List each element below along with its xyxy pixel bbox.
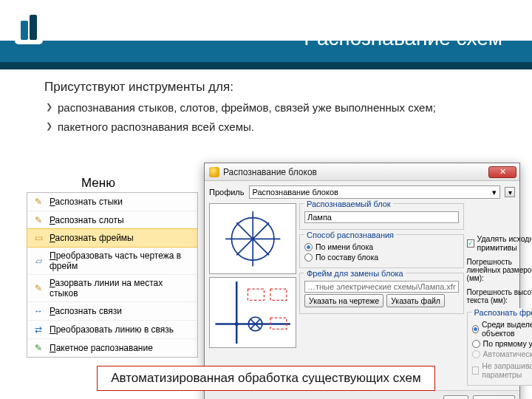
menu-item-5[interactable]: ↔Распознать связи — [27, 301, 197, 320]
method-legend: Способ распознавания — [304, 231, 396, 239]
slide-title: Распознавание схем — [304, 27, 502, 50]
radio-by-content[interactable]: По составу блока — [304, 253, 459, 262]
menu-item-label: Преобразовать линию в связь — [50, 324, 174, 335]
menu-item-1[interactable]: ✎Распознать слоты — [27, 211, 197, 229]
menu-item-icon: ⇄ — [33, 324, 44, 335]
menu-item-label: Разорвать линии на местах стыков — [50, 278, 192, 299]
slide-header: nanoCAD Распознавание схем — [0, 0, 532, 69]
point-on-drawing-button[interactable]: Указать на чертеже — [304, 294, 383, 307]
menu-item-label: Распознать стыки — [50, 197, 123, 207]
menu-item-icon: ✎ — [33, 214, 44, 226]
menu-item-label: Преобразовать часть чертежа в фрейм — [50, 250, 192, 271]
svg-rect-7 — [248, 289, 264, 300]
block-name-field[interactable]: Лампа — [304, 211, 459, 223]
profile-select[interactable]: Распознавание блоков ▾ — [249, 185, 501, 199]
menu-item-label: Распознать связи — [50, 306, 122, 316]
tol-linear-label: Погрешность линейных размеров (мм): — [467, 258, 532, 282]
menu-item-icon: ✎ — [33, 282, 44, 294]
menu-item-icon: ▱ — [33, 255, 44, 267]
svg-rect-8 — [270, 289, 287, 300]
menu-item-3[interactable]: ▱Преобразовать часть чертежа в фрейм — [27, 247, 197, 274]
point-file-button[interactable]: Указать файл — [386, 294, 445, 307]
close-button[interactable]: ✕ — [488, 166, 516, 178]
frame-symbol-icon — [214, 282, 291, 344]
menu-item-4[interactable]: ✎Разорвать линии на местах стыков — [27, 274, 197, 301]
context-menu: ✎Распознать стыки✎Распознать слоты▭Распо… — [27, 192, 198, 358]
menu-item-7[interactable]: ✎Пакетное распознавание — [27, 338, 197, 357]
summary-callout: Автоматизированная обработка существующи… — [97, 366, 435, 391]
logo-mark-icon — [15, 6, 43, 44]
block-preview — [209, 203, 296, 274]
bullet-1: распознавания стыков, слотов, фреймов, с… — [58, 100, 502, 115]
menu-item-2[interactable]: ▭Распознать фреймы — [27, 228, 198, 248]
frame-preview — [209, 277, 296, 348]
method-group: Способ распознавания По имени блока По с… — [299, 234, 464, 268]
menu-item-label: Распознать слоты — [50, 215, 124, 225]
chevron-down-icon: ▾ — [492, 188, 497, 197]
menu-item-6[interactable]: ⇄Преобразовать линию в связь — [27, 320, 197, 338]
menu-item-icon: ▭ — [33, 232, 44, 244]
bullet-2: пакетного распознавания всей схемы. — [58, 120, 502, 134]
dialog-title: Распознавание блоков — [223, 167, 488, 177]
brand-logo: nanoCAD — [15, 6, 129, 44]
dialog-titlebar[interactable]: Распознавание блоков ✕ — [205, 163, 519, 181]
dialog-app-icon — [209, 167, 219, 177]
lead-text: Присутствуют инструменты для: — [44, 80, 502, 95]
brand-name: nanoCAD — [47, 21, 129, 40]
tol-text-label: Погрешность высоты текста (мм): — [467, 288, 532, 304]
profile-value: Распознавание блоков — [253, 188, 338, 197]
menu-item-label: Пакетное распознавание — [50, 343, 153, 353]
frame-group: Фрейм для замены блока …тные электрическ… — [299, 273, 464, 314]
delete-primitives-check[interactable]: Удалять исходные примитивы — [467, 234, 532, 252]
rf-among-selected[interactable]: Среди выделенных объектов — [472, 320, 532, 338]
menu-item-0[interactable]: ✎Распознать стыки — [27, 193, 197, 211]
menu-item-icon: ↔ — [33, 305, 44, 317]
radio-by-name[interactable]: По имени блока — [304, 242, 459, 251]
rf-direct[interactable]: По прямому указанию — [472, 339, 532, 348]
menu-heading: Меню — [81, 176, 115, 191]
profile-label: Профиль — [209, 188, 245, 197]
lamp-symbol-icon — [214, 208, 291, 270]
frame-path-field[interactable]: …тные электрические схемы\Лампа.xfr — [304, 281, 459, 293]
menu-item-icon: ✎ — [33, 196, 44, 208]
recognize-frames-legend: Распознать фреймы — [472, 308, 532, 317]
menu-item-label: Распознать фреймы — [50, 233, 134, 243]
menu-item-icon: ✎ — [33, 342, 44, 354]
recognized-block-group: Распознаваемый блок Лампа — [299, 203, 464, 230]
frame-legend: Фрейм для замены блока — [304, 269, 406, 278]
svg-point-13 — [234, 322, 238, 326]
recognized-block-legend: Распознаваемый блок — [304, 200, 393, 208]
profile-menu-button[interactable]: ▾ — [505, 187, 515, 197]
